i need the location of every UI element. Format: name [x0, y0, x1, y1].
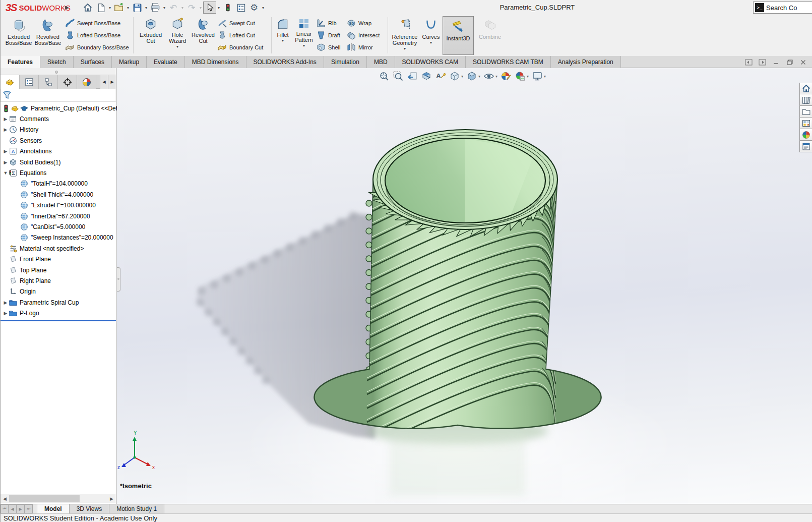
ribbon-draft-button[interactable]: Draft — [316, 29, 340, 41]
panel-tab-propertymanager[interactable] — [20, 75, 39, 89]
tree-item-root[interactable]: Parametric_Cup (Default) <<Defa — [1, 103, 116, 113]
expand-arrow[interactable]: ▶ — [3, 311, 9, 316]
panel-tab-configurationmanager[interactable] — [39, 75, 58, 89]
taskpane-design-library-button[interactable] — [799, 94, 812, 106]
performance-indicator-icon[interactable] — [221, 2, 234, 14]
tab-solidworks-cam-tbm[interactable]: SOLIDWORKS CAM TBM — [466, 56, 551, 68]
tree-item-front-plane[interactable]: Front Plane — [1, 254, 116, 264]
display-style-button[interactable]: ▾ — [466, 71, 480, 82]
new-dropdown-arrow[interactable]: ▾ — [107, 2, 112, 14]
expand-arrow[interactable]: ▶ — [3, 160, 9, 165]
options-gear-button[interactable]: ⚙ — [247, 2, 261, 14]
open-dropdown-arrow[interactable]: ▾ — [126, 2, 131, 14]
prev-tab-button[interactable]: ◀ — [9, 504, 17, 513]
section-view-button[interactable] — [421, 71, 432, 82]
ribbon-lofted-cut-button[interactable]: Lofted Cut — [217, 29, 263, 41]
tab-analysis-preparation[interactable]: Analysis Preparation — [551, 56, 621, 68]
save-button[interactable] — [131, 2, 144, 14]
undo-button[interactable]: ↶ — [167, 2, 180, 14]
expand-arrow[interactable]: ▼ — [3, 170, 9, 176]
tree-item-p-logo[interactable]: ▶ P-Logo — [1, 308, 116, 318]
ribbon-linear-pattern-button[interactable]: LinearPattern ▾ — [293, 16, 315, 55]
tree-item-right-plane[interactable]: Right Plane — [1, 275, 116, 286]
tree-item-eq-shell-thick[interactable]: "Shell Thick"=4.000000 — [1, 189, 116, 200]
tab-evaluate[interactable]: Evaluate — [147, 56, 185, 68]
ribbon-mirror-button[interactable]: Mirror — [346, 41, 380, 53]
next-tab-button[interactable]: ▶ — [17, 504, 25, 513]
tab-features[interactable]: Features — [1, 56, 40, 68]
ribbon-intersect-button[interactable]: Intersect — [346, 29, 380, 41]
expand-arrow[interactable]: ▶ — [3, 300, 9, 305]
panel-tab-scroll-right[interactable]: ▶ — [108, 75, 116, 89]
taskpane-appearances-button[interactable] — [799, 129, 812, 141]
panel-splitter-handle[interactable] — [117, 267, 120, 292]
restore-button[interactable] — [785, 59, 794, 66]
redo-button[interactable]: ↷ — [185, 2, 198, 14]
edit-appearance-button[interactable] — [501, 71, 512, 82]
tab-sketch[interactable]: Sketch — [40, 56, 74, 68]
last-tab-button[interactable]: ⏭ — [25, 504, 33, 513]
search-commands-box[interactable]: >_ Search Co — [753, 2, 812, 14]
ribbon-lofted-boss-base-button[interactable]: Lofted Boss/Base — [65, 29, 129, 41]
ribbon-combine-button[interactable]: Combine — [476, 16, 504, 55]
ribbon-wrap-button[interactable]: Wrap — [346, 17, 380, 29]
tree-item-origin[interactable]: Origin — [1, 286, 116, 297]
view-settings-button[interactable]: ▾ — [532, 71, 546, 82]
tree-item-equations[interactable]: ▼ Equations — [1, 167, 116, 178]
taskpane-file-explorer-button[interactable] — [799, 106, 812, 118]
taskpane-view-palette-button[interactable] — [799, 118, 812, 129]
tab-mbd-dimensions[interactable]: MBD Dimensions — [185, 56, 246, 68]
first-tab-button[interactable]: ⏮ — [1, 504, 9, 513]
tree-item-solid-bodies[interactable]: ▶ Solid Bodies(1) — [1, 157, 116, 167]
doctab-motion-study-1[interactable]: Motion Study 1 — [109, 504, 164, 513]
collapse-ribbon-right-icon[interactable] — [758, 59, 767, 66]
tree-item-eq-extrudeh[interactable]: "ExtrudeH"=100.000000 — [1, 200, 116, 211]
doctab-model[interactable]: Model — [37, 504, 70, 513]
ribbon-rib-button[interactable]: Rib — [316, 17, 340, 29]
tree-item-top-plane[interactable]: Top Plane — [1, 265, 116, 275]
linear-pattern-dropdown-arrow[interactable]: ▾ — [293, 43, 315, 48]
open-button[interactable] — [112, 2, 126, 14]
apply-scene-button[interactable]: ▾ — [515, 71, 529, 82]
home-button[interactable] — [81, 2, 94, 14]
panel-grip[interactable] — [1, 68, 116, 75]
print-dropdown-arrow[interactable]: ▾ — [162, 2, 167, 14]
new-document-button[interactable] — [94, 2, 107, 14]
tab-markup[interactable]: Markup — [112, 56, 147, 68]
previous-view-button[interactable] — [407, 71, 418, 82]
taskpane-custom-properties-button[interactable] — [799, 141, 812, 152]
tree-item-comments[interactable]: ▶ Comments — [1, 113, 116, 124]
select-button[interactable] — [203, 2, 216, 14]
tab-solidworks-add-ins[interactable]: SOLIDWORKS Add-Ins — [246, 56, 324, 68]
tree-item-material[interactable]: Material <not specified> — [1, 243, 116, 254]
ribbon-swept-boss-base-button[interactable]: Swept Boss/Base — [65, 17, 129, 29]
view-orientation-button[interactable]: ▾ — [449, 71, 463, 82]
menu-expand-arrow[interactable]: ▶ — [65, 5, 69, 10]
tree-item-eq-totalh[interactable]: "TotalH"=104.000000 — [1, 179, 116, 189]
ribbon-instant3d-button[interactable]: Instant3D — [443, 16, 474, 55]
expand-arrow[interactable]: ▶ — [3, 127, 9, 132]
reference-geometry-dropdown-arrow[interactable]: ▾ — [390, 46, 419, 51]
rollback-bar[interactable] — [1, 320, 116, 321]
redo-dropdown-arrow[interactable]: ▾ — [198, 2, 203, 14]
panel-tab-scroll-left[interactable]: ◀ — [100, 75, 108, 89]
tree-item-eq-innerdia[interactable]: "InnerDia"=67.200000 — [1, 211, 116, 221]
tab-solidworks-cam[interactable]: SOLIDWORKS CAM — [395, 56, 466, 68]
panel-horizontal-scrollbar[interactable]: ◀ ▶ — [1, 494, 116, 503]
doctab-3d-views[interactable]: 3D Views — [70, 504, 109, 513]
tab-mbd[interactable]: MBD — [367, 56, 395, 68]
panel-tab-dimxpertmanager[interactable] — [58, 75, 77, 89]
tree-item-sensors[interactable]: Sensors — [1, 135, 116, 146]
close-button[interactable] — [799, 59, 807, 66]
ribbon-curves-button[interactable]: Curves ▾ — [420, 16, 442, 55]
fillet-dropdown-arrow[interactable]: ▾ — [274, 38, 292, 43]
ribbon-extruded-cut-button[interactable]: ExtrudedCut — [137, 16, 165, 55]
ribbon-boundary-cut-button[interactable]: Boundary Cut — [217, 41, 263, 53]
zoom-to-area-button[interactable] — [393, 71, 404, 82]
select-dropdown-arrow[interactable]: ▾ — [216, 2, 221, 14]
panel-tab-displaymanager[interactable] — [77, 75, 96, 89]
annotation-visibility-button[interactable] — [435, 71, 446, 82]
expand-arrow[interactable]: ▶ — [3, 149, 9, 154]
ribbon-extruded-boss-base-button[interactable]: ExtrudedBoss/Base — [5, 16, 33, 55]
minimize-button[interactable] — [772, 59, 780, 66]
